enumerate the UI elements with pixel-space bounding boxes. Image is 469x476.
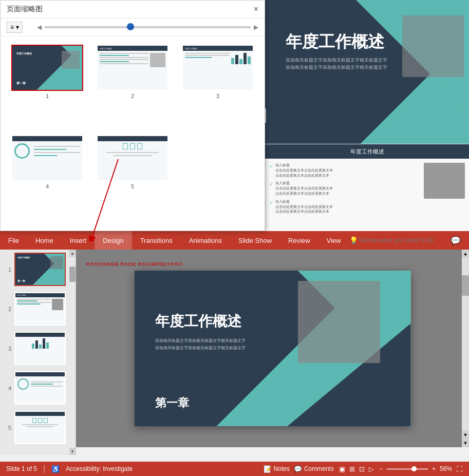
main-scroll-up[interactable]: ▲ xyxy=(462,250,469,258)
left-thumb-item-1[interactable]: 1 年度工作概述 第一章 xyxy=(0,250,76,289)
left-num-2: 2 xyxy=(4,306,11,312)
ribbon: File Home Insert Design Transitions Anim… xyxy=(0,231,469,250)
panel-thumb-num-2: 2 xyxy=(131,93,134,99)
main-scroll-down2[interactable]: ▼ xyxy=(462,439,469,447)
tab-view[interactable]: View xyxy=(318,231,349,250)
notes-icon: 📝 xyxy=(264,465,272,473)
check-icon-3: ✓ xyxy=(269,200,273,205)
slider-thumb[interactable] xyxy=(127,23,134,30)
status-right: 📝 Notes 💬 Comments ▣ ⊞ ⊡ ▷ − + 56% ⛶ xyxy=(264,464,463,474)
left-thumb-item-4[interactable]: 4 xyxy=(0,368,76,408)
tab-review[interactable]: Review xyxy=(280,231,318,250)
notes-btn[interactable]: 📝 Notes xyxy=(264,465,290,473)
check-item-2: ✓ 加入标题点击此处更换文本点击此处更换文本点击此处更换文本点此处更换文本 xyxy=(269,181,420,196)
main-slide-photo xyxy=(298,281,380,363)
main-edit-scrollbar: ▲ ▼ ▼ xyxy=(462,250,469,447)
left-num-1: 1 xyxy=(4,266,11,273)
left-thumb-item-2[interactable]: 2 年度工作概述 xyxy=(0,289,76,329)
left-thumb-box-5 xyxy=(14,411,66,444)
slide-info: Slide 1 of 5 xyxy=(6,465,37,472)
preview2-content: ✓ 加入标题点击此处更换文本点击此处更换文本点击此处更换文本点此处更换文本 ✓ … xyxy=(265,159,469,221)
panel-thumb-num-3: 3 xyxy=(216,93,219,99)
check-item-3: ✓ 加入标题点击此处更换文本点击此处更换文本点击此处更换文本点此处更换文本 xyxy=(269,199,420,214)
collapse-panel-btn[interactable]: ◀ xyxy=(265,108,266,123)
tab-home[interactable]: Home xyxy=(27,231,62,250)
main-slide[interactable]: 年度工作概述 添加相关标题文字添加相关标题文字相关标题文字 添加相关标题文字添加… xyxy=(135,271,411,426)
slider-track[interactable] xyxy=(45,26,251,28)
slide-thumbnail-grid: 年度工作概述 第一章 1 年度工作概述 xyxy=(1,36,265,225)
zoom-slider[interactable] xyxy=(387,468,428,470)
zoom-minus-icon[interactable]: − xyxy=(379,465,383,472)
status-bar: Slide 1 of 5 | ♿ Accessibility: Investig… xyxy=(0,462,469,476)
comments-label: Comments xyxy=(304,465,334,472)
edit-notice: 单击此处添加标题 单击此处 单击以编辑母版文本样式 xyxy=(76,261,273,267)
main-window: 年度工作概述 添加相关标题文字添加相关标题文字相关标题文字 添加相关标题文字添加… xyxy=(0,0,469,476)
dropdown-arrow: ▾ xyxy=(16,24,19,31)
ribbon-search-area: 💡 xyxy=(349,236,451,244)
panel-thumb-num-5: 5 xyxy=(131,183,134,189)
panel-header: 页面缩略图 × xyxy=(1,1,265,18)
panel-close-btn[interactable]: × xyxy=(254,5,258,14)
check-text-1: 加入标题点击此处更换文本点击此处更换文本点击此处更换文本点此处更换文本 xyxy=(275,163,333,178)
main-slide-chapter[interactable]: 第一章 xyxy=(155,395,189,411)
slider-right-icon: ▶ xyxy=(254,24,258,31)
comments-btn[interactable]: 💬 Comments xyxy=(294,465,334,473)
zoom-thumb[interactable] xyxy=(411,466,417,471)
left-thumb-box-1: 年度工作概述 第一章 xyxy=(14,253,66,286)
left-thumb-box-3 xyxy=(14,332,66,365)
notes-label: Notes xyxy=(274,465,290,472)
reading-view-icon[interactable]: ⊡ xyxy=(358,464,366,474)
check-icon-1: ✓ xyxy=(269,163,273,169)
panel-toolbar: ≡ ▾ ◀ ▶ xyxy=(1,18,265,36)
slide-sorter-icon[interactable]: ⊞ xyxy=(348,464,356,474)
left-thumb-box-2: 年度工作概述 xyxy=(14,292,66,326)
zoom-percent[interactable]: 56% xyxy=(440,465,452,472)
thumbnail-size-slider: ◀ ▶ xyxy=(37,24,258,31)
preview2-photo xyxy=(424,163,465,199)
view-mode-icons: ▣ ⊞ ⊡ ▷ xyxy=(338,464,375,474)
panel-thumb-2[interactable]: 年度工作概述 xyxy=(94,45,171,127)
tab-slideshow[interactable]: Slide Show xyxy=(230,231,280,250)
panel-thumb-num-4: 4 xyxy=(46,183,49,189)
normal-view-icon[interactable]: ▣ xyxy=(338,464,346,474)
panel-view-btn[interactable]: ≡ ▾ xyxy=(7,22,23,33)
scroll-down-btn[interactable]: ▼ xyxy=(69,448,76,455)
left-thumb-box-4 xyxy=(14,371,66,405)
fit-slide-icon[interactable]: ⛶ xyxy=(456,465,463,473)
tab-transitions[interactable]: Transitions xyxy=(132,231,181,250)
panel-thumb-img-3: 年度工作概述 xyxy=(182,45,254,91)
panel-title: 页面缩略图 xyxy=(7,5,43,14)
tab-animations[interactable]: Animations xyxy=(181,231,230,250)
tab-insert[interactable]: Insert xyxy=(62,231,95,250)
preview-subtitle: 添加相关标题文字添加相关标题文字相关标题文字 添加相关标题文字添加相关标题文字相… xyxy=(286,56,387,71)
zoom-plus-icon[interactable]: + xyxy=(432,465,436,472)
ribbon-search-input[interactable] xyxy=(358,237,451,244)
panel-overlay: 页面缩略图 × ≡ ▾ ◀ ▶ 年度工作概 xyxy=(0,0,265,231)
grid-icon: ≡ xyxy=(10,24,14,31)
ribbon-icons: 💬 xyxy=(451,236,469,245)
slide-2nd-preview: 年度工作概述 ✓ 加入标题点击此处更换文本点击此处更换文本点击此处更换文本点此处… xyxy=(265,144,469,231)
slide-container: 单击此处添加标题 单击此处 单击以编辑母版文本样式 年度工作概述 添加相关标题文… xyxy=(135,271,411,426)
main-slide-title[interactable]: 年度工作概述 xyxy=(155,312,241,331)
main-edit-area[interactable]: 单击此处添加标题 单击此处 单击以编辑母版文本样式 年度工作概述 添加相关标题文… xyxy=(76,250,469,447)
slideshow-view-icon[interactable]: ▷ xyxy=(368,464,375,474)
accessibility-text[interactable]: Accessibility: Investigate xyxy=(66,465,133,472)
panel-thumb-img-2: 年度工作概述 xyxy=(97,45,168,91)
panel-thumb-3[interactable]: 年度工作概述 xyxy=(179,45,256,127)
left-thumb-item-5[interactable]: 5 xyxy=(0,408,76,447)
scroll-up-btn[interactable]: ▲ xyxy=(69,250,76,257)
left-num-4: 4 xyxy=(4,385,11,391)
tab-file[interactable]: File xyxy=(0,231,27,250)
panel-thumb-4[interactable]: 4 xyxy=(9,135,86,217)
main-scroll-down[interactable]: ▼ xyxy=(462,431,469,439)
tab-design[interactable]: Design xyxy=(95,231,132,250)
panel-thumb-1[interactable]: 年度工作概述 第一章 1 xyxy=(9,45,86,127)
comment-icon[interactable]: 💬 xyxy=(451,236,461,245)
check-text-2: 加入标题点击此处更换文本点击此处更换文本点击此处更换文本点此处更换文本 xyxy=(275,181,333,196)
left-num-3: 3 xyxy=(4,346,11,352)
left-thumb-item-3[interactable]: 3 xyxy=(0,329,76,368)
panel-thumb-5[interactable]: 5 xyxy=(94,135,171,217)
panel-thumb-img-5 xyxy=(97,135,168,181)
panel-thumb-img-1: 年度工作概述 第一章 xyxy=(11,45,83,91)
preview2-header: 年度工作概述 xyxy=(265,144,469,159)
